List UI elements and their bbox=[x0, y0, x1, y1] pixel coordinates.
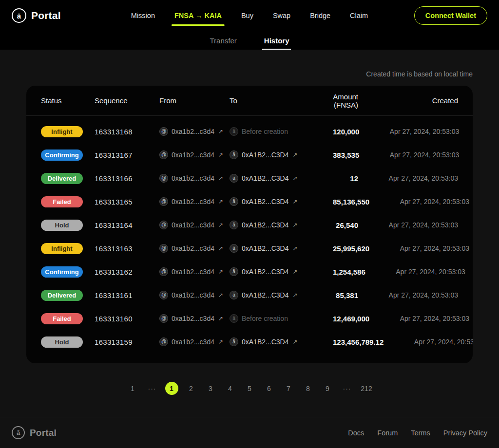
footer: ā Portal DocsForumTermsPrivacy Policy bbox=[0, 417, 499, 448]
external-link-icon: ↗ bbox=[293, 292, 298, 299]
external-link-icon: ↗ bbox=[293, 222, 298, 228]
created-value: Apr 27, 2024, 20:53:03 bbox=[384, 338, 473, 346]
from-address[interactable]: @0xa1b2...c3d4↗ bbox=[159, 150, 230, 159]
status-badge: Failed bbox=[41, 196, 83, 207]
created-value: Apr 27, 2024, 20:53:03 bbox=[359, 151, 459, 159]
table-row: Delivered163313166@0xa1b2...c3d4↗ā0xA1B2… bbox=[26, 167, 473, 190]
footer-link-privacy-policy[interactable]: Privacy Policy bbox=[443, 429, 487, 437]
to-address[interactable]: ā0xA1B2...C3D4↗ bbox=[230, 244, 333, 253]
from-address-text: 0xa1b2...c3d4 bbox=[172, 315, 214, 322]
column-header-to: To bbox=[230, 96, 333, 105]
footer-link-docs[interactable]: Docs bbox=[348, 429, 364, 437]
pagination-page-8[interactable]: 8 bbox=[302, 382, 315, 395]
from-chain-icon: @ bbox=[159, 337, 168, 346]
history-table-card: StatusSequenceFromToAmount (FNSA)Created… bbox=[26, 86, 473, 363]
pagination-page-9[interactable]: 9 bbox=[321, 382, 334, 395]
to-chain-icon: ā bbox=[230, 267, 238, 276]
nav-item-bridge[interactable]: Bridge bbox=[310, 12, 330, 19]
from-address-text: 0xa1b2...c3d4 bbox=[172, 128, 214, 135]
pagination-page-4[interactable]: 4 bbox=[224, 382, 237, 395]
main-nav: MissionFNSA → KAIABuySwapBridgeClaim bbox=[131, 12, 368, 19]
sequence-value: 163313161 bbox=[95, 291, 159, 299]
from-chain-icon: @ bbox=[159, 244, 168, 253]
to-address[interactable]: ā0xA1B2...C3D4↗ bbox=[230, 291, 333, 299]
status-badge: Inflight bbox=[41, 126, 83, 137]
pagination-ellipsis: ··· bbox=[341, 382, 354, 395]
to-address[interactable]: ā0xA1B2...C3D4↗ bbox=[230, 267, 333, 276]
pagination-page-212[interactable]: 212 bbox=[360, 382, 373, 395]
nav-item-mission[interactable]: Mission bbox=[131, 12, 155, 19]
to-chain-icon: ā bbox=[230, 150, 238, 159]
created-value: Apr 27, 2024, 20:53:03 bbox=[365, 268, 465, 276]
subnav: TransferHistory bbox=[0, 31, 499, 50]
from-chain-icon: @ bbox=[159, 221, 168, 229]
to-address-text: 0xA1B2...C3D4 bbox=[242, 244, 289, 252]
brand-logo[interactable]: ā Portal bbox=[12, 8, 61, 23]
from-address[interactable]: @0xa1b2...c3d4↗ bbox=[159, 267, 230, 276]
subnav-tabs: TransferHistory bbox=[0, 31, 499, 50]
pagination-page-1[interactable]: 1 bbox=[126, 382, 139, 395]
external-link-icon: ↗ bbox=[293, 175, 298, 182]
sequence-value: 163313159 bbox=[95, 338, 159, 346]
footer-link-forum[interactable]: Forum bbox=[377, 429, 398, 437]
table-row: Confirming163313162@0xa1b2...c3d4↗ā0xA1B… bbox=[26, 260, 473, 283]
amount-value: 25,995,620 bbox=[333, 244, 369, 253]
to-chain-icon: ā bbox=[230, 244, 238, 253]
header: ā Portal MissionFNSA → KAIABuySwapBridge… bbox=[0, 0, 499, 31]
from-address-text: 0xa1b2...c3d4 bbox=[172, 221, 214, 229]
footer-brand: ā Portal bbox=[12, 426, 57, 439]
pagination-page-5[interactable]: 5 bbox=[243, 382, 256, 395]
from-address[interactable]: @0xa1b2...c3d4↗ bbox=[159, 244, 230, 253]
to-address[interactable]: ā0xA1B2...C3D4↗ bbox=[230, 150, 333, 159]
to-chain-icon: ā bbox=[230, 174, 238, 183]
pagination-page-2[interactable]: 2 bbox=[185, 382, 198, 395]
external-link-icon: ↗ bbox=[293, 338, 298, 345]
column-header-from: From bbox=[159, 96, 230, 105]
to-address[interactable]: ā0xA1B2...C3D4↗ bbox=[230, 337, 333, 346]
table-row: Failed163313160@0xa1b2...c3d4↗āBefore cr… bbox=[26, 307, 473, 330]
to-address[interactable]: ā0xA1B2...C3D4↗ bbox=[230, 197, 333, 206]
from-address[interactable]: @0xa1b2...c3d4↗ bbox=[159, 337, 230, 346]
pagination-page-7[interactable]: 7 bbox=[282, 382, 295, 395]
to-address[interactable]: ā0xA1B2...C3D4↗ bbox=[230, 174, 333, 183]
tab-transfer[interactable]: Transfer bbox=[208, 31, 239, 50]
nav-item-claim[interactable]: Claim bbox=[350, 12, 368, 19]
to-chain-icon: ā bbox=[230, 197, 238, 206]
to-chain-icon: ā bbox=[230, 127, 238, 136]
to-address[interactable]: ā0xA1B2...C3D4↗ bbox=[230, 221, 333, 229]
nav-item-swap[interactable]: Swap bbox=[273, 12, 290, 19]
amount-value: 12,469,000 bbox=[333, 315, 369, 323]
external-link-icon: ↗ bbox=[218, 222, 223, 228]
main-content: Created time is based on local time Stat… bbox=[0, 50, 499, 417]
sequence-value: 163313168 bbox=[95, 128, 159, 136]
amount-value: 12 bbox=[333, 174, 358, 183]
from-address[interactable]: @0xa1b2...c3d4↗ bbox=[159, 291, 230, 299]
from-address-text: 0xa1b2...c3d4 bbox=[172, 338, 214, 346]
external-link-icon: ↗ bbox=[218, 245, 223, 252]
to-address-text: 0xA1B2...C3D4 bbox=[242, 174, 289, 182]
pagination-page-6[interactable]: 6 bbox=[263, 382, 276, 395]
from-address[interactable]: @0xa1b2...c3d4↗ bbox=[159, 197, 230, 206]
table-row: Delivered163313161@0xa1b2...c3d4↗ā0xA1B2… bbox=[26, 283, 473, 307]
created-value: Apr 27, 2024, 20:53:03 bbox=[369, 198, 469, 205]
status-badge: Hold bbox=[41, 220, 83, 231]
from-address[interactable]: @0xa1b2...c3d4↗ bbox=[159, 127, 230, 136]
tab-history[interactable]: History bbox=[262, 31, 291, 50]
amount-value: 120,000 bbox=[333, 128, 359, 136]
connect-wallet-button[interactable]: Connect Wallet bbox=[414, 6, 487, 25]
nav-item-buy[interactable]: Buy bbox=[241, 12, 253, 19]
from-address-text: 0xa1b2...c3d4 bbox=[172, 174, 214, 182]
footer-brand-name: Portal bbox=[30, 428, 57, 438]
to-chain-icon: ā bbox=[230, 337, 238, 346]
from-address[interactable]: @0xa1b2...c3d4↗ bbox=[159, 221, 230, 229]
footer-link-terms[interactable]: Terms bbox=[411, 429, 430, 437]
external-link-icon: ↗ bbox=[218, 128, 223, 135]
nav-item-fnsa-kaia[interactable]: FNSA → KAIA bbox=[174, 12, 222, 19]
from-address[interactable]: @0xa1b2...c3d4↗ bbox=[159, 174, 230, 183]
created-value: Apr 27, 2024, 20:53:03 bbox=[359, 128, 459, 135]
column-header-created: Created bbox=[358, 96, 458, 105]
pagination-page-3[interactable]: 3 bbox=[204, 382, 217, 395]
pagination-page-1[interactable]: 1 bbox=[165, 382, 178, 395]
column-header-status: Status bbox=[41, 96, 95, 105]
from-address[interactable]: @0xa1b2...c3d4↗ bbox=[159, 314, 230, 323]
